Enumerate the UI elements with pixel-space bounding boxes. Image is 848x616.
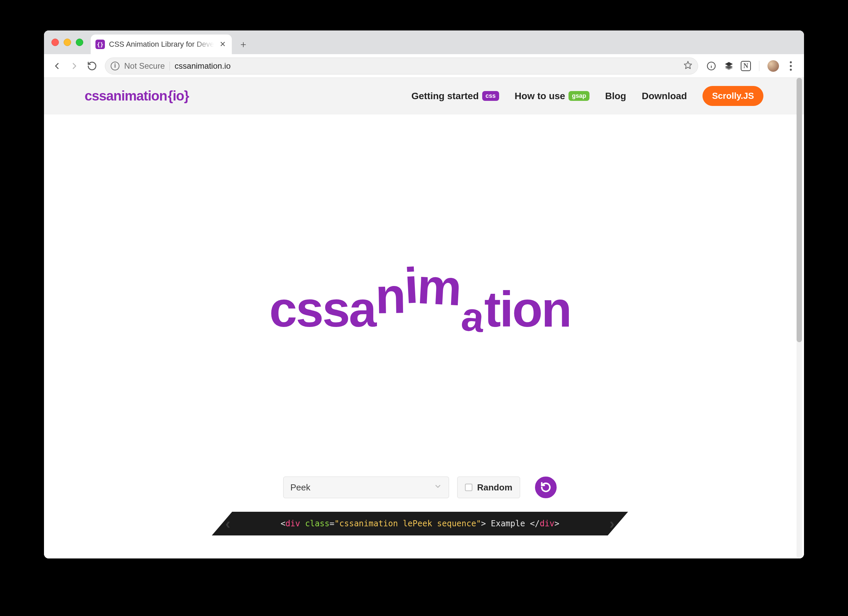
separator bbox=[759, 61, 759, 71]
security-label: Not Secure bbox=[124, 61, 165, 71]
letter: a bbox=[349, 284, 375, 334]
bookmark-star-icon[interactable] bbox=[683, 61, 692, 71]
code-text: <div class="cssanimation lePeek sequence… bbox=[280, 519, 559, 528]
letter: c bbox=[269, 284, 296, 334]
omnibox[interactable]: i Not Secure cssanimation.io bbox=[105, 58, 698, 74]
site-header: cssanimation {io} Getting started css Ho… bbox=[44, 78, 804, 114]
letter: n bbox=[541, 284, 571, 334]
page-viewport: cssanimation {io} Getting started css Ho… bbox=[44, 78, 804, 558]
vertical-scrollbar[interactable] bbox=[796, 78, 803, 558]
address-bar: i Not Secure cssanimation.io N bbox=[44, 54, 804, 78]
close-tab-button[interactable]: ✕ bbox=[218, 39, 227, 50]
tab-title: CSS Animation Library for Deve bbox=[109, 40, 214, 49]
browser-menu-button[interactable] bbox=[785, 60, 796, 72]
letter: t bbox=[484, 284, 500, 334]
random-label: Random bbox=[477, 482, 512, 493]
gsap-badge: gsap bbox=[568, 91, 590, 101]
replay-button[interactable] bbox=[535, 476, 557, 498]
notion-extension-icon[interactable]: N bbox=[741, 61, 751, 71]
checkbox-icon bbox=[465, 484, 472, 491]
browser-window: {} CSS Animation Library for Deve ✕ ＋ i … bbox=[44, 30, 804, 558]
letter: i bbox=[500, 284, 512, 334]
letter: m bbox=[416, 261, 461, 313]
letter: a bbox=[458, 295, 486, 338]
scrollbar-thumb[interactable] bbox=[796, 78, 802, 342]
browser-tab[interactable]: {} CSS Animation Library for Deve ✕ bbox=[91, 34, 232, 54]
nav-getting-started[interactable]: Getting started css bbox=[412, 91, 499, 101]
profile-avatar[interactable] bbox=[768, 60, 779, 72]
logo-suffix: {io} bbox=[168, 88, 189, 104]
nav-scrolly-button[interactable]: Scrolly.JS bbox=[703, 86, 763, 106]
favicon-icon: {} bbox=[95, 40, 105, 49]
prev-snippet-button[interactable]: ‹ bbox=[225, 515, 230, 532]
maximize-window-button[interactable] bbox=[76, 39, 83, 46]
reload-button[interactable] bbox=[84, 58, 100, 74]
svg-marker-0 bbox=[684, 61, 692, 69]
new-tab-button[interactable]: ＋ bbox=[237, 37, 250, 51]
next-snippet-button[interactable]: › bbox=[609, 515, 615, 532]
back-button[interactable] bbox=[49, 58, 65, 74]
nav-download[interactable]: Download bbox=[642, 91, 687, 101]
extension-icons: N bbox=[703, 60, 799, 72]
nav-links: Getting started css How to use gsap Blog… bbox=[412, 86, 763, 106]
nav-how-to-use[interactable]: How to use gsap bbox=[515, 91, 590, 101]
nav-blog[interactable]: Blog bbox=[605, 91, 626, 101]
css-badge: css bbox=[482, 91, 499, 101]
buffer-extension-icon[interactable] bbox=[723, 60, 735, 72]
animation-controls: Peek Random bbox=[283, 476, 557, 498]
site-info-icon[interactable] bbox=[706, 60, 717, 72]
animation-select[interactable]: Peek bbox=[283, 476, 449, 498]
forward-button[interactable] bbox=[66, 58, 83, 74]
window-controls bbox=[49, 30, 87, 54]
tab-strip: {} CSS Animation Library for Deve ✕ ＋ bbox=[44, 30, 804, 54]
random-toggle[interactable]: Random bbox=[457, 476, 520, 498]
chevron-down-icon bbox=[434, 482, 442, 493]
letter: n bbox=[375, 270, 405, 321]
minimize-window-button[interactable] bbox=[64, 39, 71, 46]
letter: s bbox=[322, 284, 348, 334]
nav-label: Getting started bbox=[412, 91, 479, 101]
code-snippet: <div class="cssanimation lePeek sequence… bbox=[212, 512, 628, 536]
site-logo[interactable]: cssanimation {io} bbox=[85, 88, 189, 104]
letter: o bbox=[512, 284, 541, 334]
animated-title: c s s a n i m a t i o n bbox=[269, 260, 571, 334]
url-text: cssanimation.io bbox=[175, 61, 230, 71]
logo-text: cssanimation bbox=[85, 88, 167, 104]
select-value: Peek bbox=[291, 482, 310, 493]
letter: s bbox=[296, 284, 322, 334]
nav-label: How to use bbox=[515, 91, 565, 101]
divider bbox=[169, 62, 170, 70]
hero-area: c s s a n i m a t i o n Peek bbox=[44, 114, 796, 558]
code-snippet-banner: <div class="cssanimation lePeek sequence… bbox=[212, 512, 628, 536]
info-icon: i bbox=[111, 62, 119, 70]
close-window-button[interactable] bbox=[52, 39, 59, 46]
